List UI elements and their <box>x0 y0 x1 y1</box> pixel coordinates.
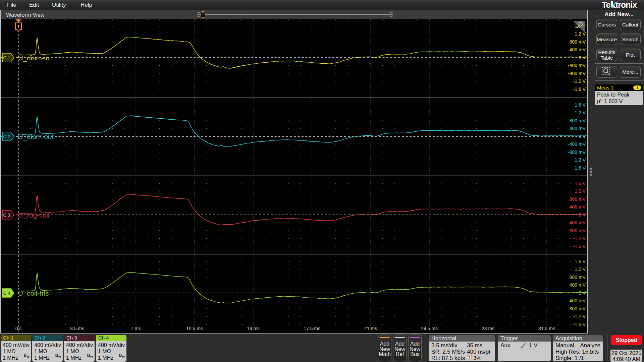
svg-text:C 1: C 1 <box>3 55 10 60</box>
svg-text:-400 mV: -400 mV <box>568 141 586 147</box>
svg-text:tronix: tronix <box>615 0 637 9</box>
svg-text:-1.6 V: -1.6 V <box>573 244 586 249</box>
svg-text:31.5 ms: 31.5 ms <box>538 326 555 331</box>
svg-text:-1.2 V: -1.2 V <box>573 236 586 241</box>
svg-text:400 mV: 400 mV <box>570 282 586 288</box>
svg-text:U_diam-out: U_diam-out <box>18 133 54 141</box>
svg-text:1.2 V: 1.2 V <box>575 31 586 37</box>
svg-text:-1.2 V: -1.2 V <box>573 157 586 163</box>
svg-text:400 mV: 400 mV <box>570 47 586 52</box>
svg-text:800 mV: 800 mV <box>570 196 586 202</box>
svg-text:24.5 ms: 24.5 ms <box>421 326 438 331</box>
svg-text:7 ms: 7 ms <box>131 326 141 331</box>
svg-text:17.5 ms: 17.5 ms <box>304 326 320 331</box>
svg-text:1.2 V: 1.2 V <box>575 110 586 115</box>
svg-text:21 ms: 21 ms <box>364 326 377 331</box>
svg-text:3.5 ms: 3.5 ms <box>70 326 84 331</box>
svg-text:T: T <box>17 24 20 29</box>
svg-text:800 mV: 800 mV <box>570 275 586 280</box>
svg-text:C 3: C 3 <box>3 213 10 218</box>
svg-text:-1.6 V: -1.6 V <box>573 322 586 327</box>
svg-text:-800 mV: -800 mV <box>568 228 586 233</box>
svg-text:-800 mV: -800 mV <box>568 149 586 155</box>
svg-text:-400 mV: -400 mV <box>568 298 586 303</box>
svg-text:T: T <box>468 356 470 359</box>
svg-text:-800 mV: -800 mV <box>568 71 586 76</box>
svg-text:400 mV: 400 mV <box>570 126 586 131</box>
svg-text:800 mV: 800 mV <box>570 39 586 45</box>
svg-text:400 mV: 400 mV <box>570 204 586 209</box>
svg-text:-1.6 V: -1.6 V <box>573 86 586 92</box>
svg-text:-1.2 V: -1.2 V <box>573 78 586 84</box>
svg-text:C 2: C 2 <box>3 134 10 139</box>
svg-text:1.2 V: 1.2 V <box>575 188 586 194</box>
svg-text:-400 mV: -400 mV <box>568 220 586 225</box>
svg-text:-400 mV: -400 mV <box>568 63 586 68</box>
svg-text:14 ms: 14 ms <box>247 326 260 331</box>
svg-text:T: T <box>202 13 204 17</box>
svg-text:10.5 ms: 10.5 ms <box>186 326 203 331</box>
svg-text:1.6 V: 1.6 V <box>575 181 586 186</box>
svg-text:800 mV: 800 mV <box>570 118 586 123</box>
svg-text:C 4: C 4 <box>3 291 10 296</box>
svg-text:Te: Te <box>602 0 610 9</box>
svg-text:U_rog-coil: U_rog-coil <box>18 211 49 219</box>
svg-text:1.6 V: 1.6 V <box>575 102 586 108</box>
svg-text:-1.2 V: -1.2 V <box>573 314 586 319</box>
svg-text:0 s: 0 s <box>15 326 22 331</box>
svg-text:U_diam-in: U_diam-in <box>18 54 49 62</box>
svg-text:-800 mV: -800 mV <box>568 306 586 311</box>
svg-text:28 ms: 28 ms <box>482 326 494 331</box>
svg-text:U_coil-hfs: U_coil-hfs <box>18 289 49 297</box>
svg-text:1.2 V: 1.2 V <box>575 266 586 272</box>
svg-text:0 V: 0 V <box>579 212 586 218</box>
svg-text:1.6 V: 1.6 V <box>575 259 586 264</box>
svg-text:-1.6 V: -1.6 V <box>573 165 586 171</box>
